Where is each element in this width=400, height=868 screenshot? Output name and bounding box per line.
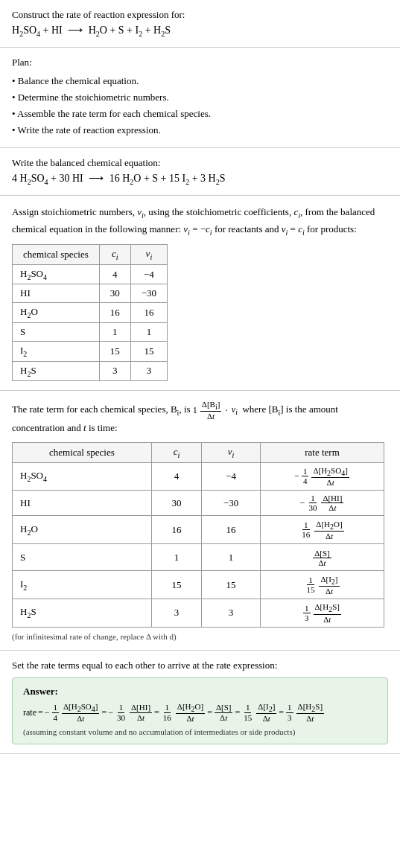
table-row: H2SO4 4 −4: [13, 264, 168, 284]
ci-cell: 15: [99, 341, 130, 361]
species-cell: I2: [13, 571, 152, 599]
vi-cell: 3: [130, 361, 167, 381]
table-row: H2S 3 3: [13, 361, 168, 381]
equals-3: =: [154, 702, 159, 724]
equals-6: =: [279, 702, 284, 724]
col-ci-2: ci: [151, 443, 201, 463]
ci-cell: 16: [99, 303, 130, 323]
rate-table-footnote: (for infinitesimal rate of change, repla…: [12, 632, 388, 641]
vi-cell: −4: [202, 462, 261, 490]
answer-note: (assuming constant volume and no accumul…: [23, 727, 377, 736]
construct-label: Construct the rate of reaction expressio…: [12, 9, 388, 21]
vi-cell: 15: [202, 571, 261, 599]
answer-section: Set the rate terms equal to each other t…: [0, 651, 400, 755]
vi-cell: 16: [202, 516, 261, 544]
species-cell: I2: [13, 341, 100, 361]
vi-cell: 1: [202, 544, 261, 571]
answer-label: Answer:: [23, 686, 377, 698]
ci-cell: 30: [151, 491, 201, 516]
equals-2: =: [101, 702, 107, 724]
ci-cell: 1: [151, 544, 201, 571]
vi-cell: 16: [130, 303, 167, 323]
vi-cell: 3: [202, 599, 261, 627]
rate-term-table: chemical species ci νi rate term H2SO4 4…: [12, 442, 384, 627]
table-row: HI 30 −30: [13, 284, 168, 303]
table-row: I2 15 15 115 Δ[I2]Δt: [13, 571, 384, 599]
ci-cell: 15: [151, 571, 201, 599]
plan-step-2: • Determine the stoichiometric numbers.: [12, 89, 388, 106]
plan-step-1: • Balance the chemical equation.: [12, 73, 388, 89]
rate-cell: 13 Δ[H2S]Δt: [261, 599, 384, 627]
col-vi-2: νi: [202, 443, 261, 463]
header-section: Construct the rate of reaction expressio…: [0, 0, 400, 48]
equals-5: =: [235, 702, 240, 724]
vi-cell: −30: [130, 284, 167, 303]
vi-cell: 1: [130, 322, 167, 341]
ci-cell: 3: [151, 599, 201, 627]
table-row: I2 15 15: [13, 341, 168, 361]
vi-cell: −4: [130, 264, 167, 284]
species-cell: HI: [13, 491, 152, 516]
rate-word: rate: [23, 702, 36, 724]
equals-1: =: [38, 702, 43, 724]
stoichiometry-section: Assign stoichiometric numbers, νi, using…: [0, 196, 400, 391]
col-species-2: chemical species: [13, 443, 152, 463]
balanced-section: Write the balanced chemical equation: 4 …: [0, 148, 400, 196]
ci-cell: 1: [99, 322, 130, 341]
species-cell: S: [13, 322, 100, 341]
rate-cell: Δ[S]Δt: [261, 544, 384, 571]
table-row: S 1 1 Δ[S]Δt: [13, 544, 384, 571]
table-row: H2O 16 16 116 Δ[H2O]Δt: [13, 516, 384, 544]
col-ci-1: ci: [99, 245, 130, 265]
species-cell: HI: [13, 284, 100, 303]
ci-cell: 4: [99, 264, 130, 284]
species-cell: H2O: [13, 303, 100, 323]
vi-cell: 15: [130, 341, 167, 361]
stoichiometry-table: chemical species ci νi H2SO4 4 −4 HI 30 …: [12, 244, 168, 381]
plan-step-4: • Write the rate of reaction expression.: [12, 122, 388, 138]
balanced-equation: 4 H2SO4 + 30 HI ⟶ 16 H2O + S + 15 I2 + 3…: [12, 172, 388, 186]
plan-step-3: • Assemble the rate term for each chemic…: [12, 106, 388, 122]
rate-term-intro: The rate term for each chemical species,…: [12, 400, 388, 436]
stoichiometry-intro: Assign stoichiometric numbers, νi, using…: [12, 205, 388, 238]
rate-cell: 115 Δ[I2]Δt: [261, 571, 384, 599]
table-row: H2O 16 16: [13, 303, 168, 323]
answer-box: Answer: rate = −14 Δ[H2SO4]Δt = −130 Δ[H…: [12, 677, 388, 745]
species-cell: H2SO4: [13, 462, 152, 490]
rate-cell: 116 Δ[H2O]Δt: [261, 516, 384, 544]
species-cell: H2S: [13, 599, 152, 627]
rate-cell: −14 Δ[H2SO4]Δt: [261, 462, 384, 490]
vi-cell: −30: [202, 491, 261, 516]
species-cell: H2SO4: [13, 264, 100, 284]
species-cell: S: [13, 544, 152, 571]
species-cell: H2S: [13, 361, 100, 381]
set-equal-text: Set the rate terms equal to each other t…: [12, 660, 388, 671]
ci-cell: 3: [99, 361, 130, 381]
col-rate: rate term: [261, 443, 384, 463]
table-row: HI 30 −30 −130 Δ[HI]Δt: [13, 491, 384, 516]
plan-list: • Balance the chemical equation. • Deter…: [12, 73, 388, 138]
ci-cell: 30: [99, 284, 130, 303]
col-species-1: chemical species: [13, 245, 100, 265]
table-row: H2S 3 3 13 Δ[H2S]Δt: [13, 599, 384, 627]
rate-term-section: The rate term for each chemical species,…: [0, 391, 400, 651]
plan-section: Plan: • Balance the chemical equation. •…: [0, 48, 400, 148]
rate-answer: rate = −14 Δ[H2SO4]Δt = −130 Δ[HI]Δt = 1…: [23, 702, 377, 724]
balanced-label: Write the balanced chemical equation:: [12, 157, 388, 169]
table-row: S 1 1: [13, 322, 168, 341]
table-row: H2SO4 4 −4 −14 Δ[H2SO4]Δt: [13, 462, 384, 490]
species-cell: H2O: [13, 516, 152, 544]
equals-4: =: [207, 702, 212, 724]
plan-label: Plan:: [12, 57, 388, 68]
ci-cell: 4: [151, 462, 201, 490]
reaction-equation: H2SO4 + HI ⟶ H2O + S + I2 + H2S: [12, 24, 388, 38]
ci-cell: 16: [151, 516, 201, 544]
col-vi-1: νi: [130, 245, 167, 265]
rate-cell: −130 Δ[HI]Δt: [261, 491, 384, 516]
